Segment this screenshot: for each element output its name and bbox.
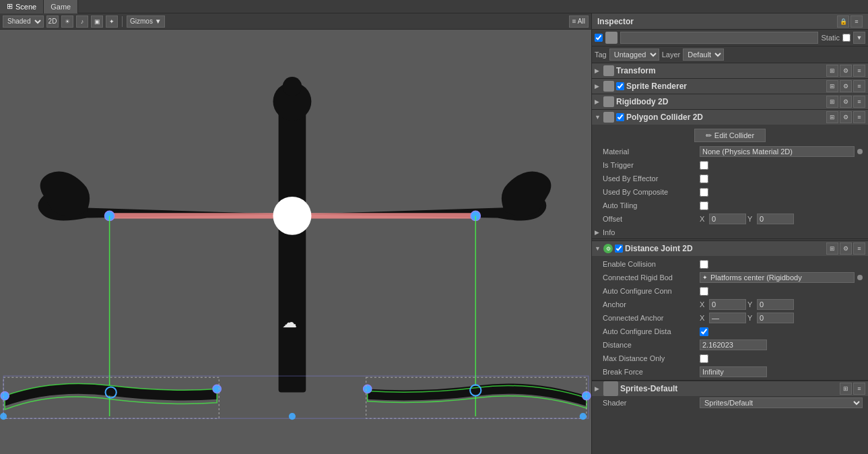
static-checkbox[interactable]	[842, 34, 850, 42]
layer-label: Layer	[662, 51, 681, 59]
rigidbody2d-header[interactable]: ▶ Rigidbody 2D ⊞ ⚙ ≡	[592, 94, 868, 109]
lock-icon[interactable]: 🔒	[837, 15, 849, 28]
distance-input[interactable]	[700, 339, 767, 350]
tab-game[interactable]: Game	[44, 0, 78, 13]
rigidbody2d-settings-btn[interactable]: ⚙	[840, 96, 852, 108]
auto-configure-dist-row: Auto Configure Dista	[592, 325, 868, 338]
is-trigger-checkbox[interactable]	[700, 161, 708, 170]
material-picker-dot[interactable]	[857, 149, 863, 154]
rigidbody2d-menu-btn[interactable]: ≡	[853, 96, 865, 108]
auto-tiling-checkbox[interactable]	[700, 201, 708, 210]
edit-collider-icon: ✏	[706, 131, 712, 140]
distance-joint-icon: ⚙	[603, 244, 613, 253]
connected-rb-label: Connected Rigid Bod	[603, 273, 697, 282]
connected-anchor-y-input[interactable]	[757, 313, 794, 323]
connected-anchor-x-input[interactable]	[709, 313, 746, 323]
distance-label: Distance	[603, 341, 697, 349]
offset-x-label: X	[700, 215, 708, 223]
info-section[interactable]: ▶ Info	[592, 226, 868, 239]
used-by-effector-checkbox[interactable]	[700, 174, 708, 183]
used-by-composite-checkbox[interactable]	[700, 188, 708, 197]
polygon-collider-ref-btn[interactable]: ⊞	[826, 111, 838, 123]
2d-button[interactable]: 2D	[46, 15, 59, 28]
svg-point-14	[364, 385, 372, 393]
distance-row: Distance	[592, 338, 868, 352]
sprites-default-menu-btn[interactable]: ≡	[853, 383, 865, 395]
enable-collision-checkbox[interactable]	[700, 260, 708, 269]
component-rigidbody2d: ▶ Rigidbody 2D ⊞ ⚙ ≡	[592, 94, 868, 110]
material-input[interactable]	[700, 146, 855, 157]
distance-joint-title: Distance Joint 2D	[625, 244, 824, 253]
distance-joint-checkbox[interactable]	[615, 245, 623, 253]
anchor-x-label: X	[700, 300, 708, 309]
transform-header[interactable]: ▶ Transform ⊞ ⚙ ≡	[592, 63, 868, 78]
distance-joint-menu-btn[interactable]: ≡	[853, 242, 865, 255]
svg-point-21	[289, 413, 296, 420]
scene-svg: ☁	[0, 30, 591, 454]
offset-y-label: Y	[747, 215, 756, 223]
inspector-header: Inspector 🔒 ≡	[592, 13, 868, 30]
distance-joint-settings-btn[interactable]: ⚙	[840, 242, 852, 255]
transform-ref-btn[interactable]: ⊞	[826, 65, 838, 77]
sprite-renderer-menu-btn[interactable]: ≡	[853, 80, 865, 92]
menu-icon[interactable]: ≡	[850, 15, 863, 28]
is-trigger-label: Is Trigger	[603, 161, 697, 169]
connected-rb-dot[interactable]	[857, 275, 863, 280]
edit-collider-button[interactable]: ✏ Edit Collider	[694, 129, 766, 142]
material-row: Material	[592, 145, 868, 158]
fx-icon[interactable]: ✦	[106, 15, 118, 28]
svg-point-12	[1, 392, 9, 400]
transform-settings-btn[interactable]: ⚙	[840, 65, 852, 77]
shader-select[interactable]: Sprites/Default	[700, 397, 863, 408]
object-active-checkbox[interactable]	[595, 34, 603, 42]
polygon-collider-menu-btn[interactable]: ≡	[853, 111, 865, 123]
auto-configure-conn-checkbox[interactable]	[700, 287, 708, 296]
offset-x-input[interactable]	[709, 214, 746, 224]
info-arrow: ▶	[595, 229, 603, 236]
sprites-default-ref-btn[interactable]: ⊞	[840, 383, 852, 395]
distance-joint-ref-btn[interactable]: ⊞	[826, 242, 838, 255]
distance-joint-header[interactable]: ▼ ⚙ Distance Joint 2D ⊞ ⚙ ≡	[592, 241, 868, 256]
tab-scene[interactable]: ⊞ Scene	[0, 0, 44, 13]
component-polygon-collider: ▼ Polygon Collider 2D ⊞ ⚙ ≡ ✏	[592, 110, 868, 241]
polygon-collider-settings-btn[interactable]: ⚙	[840, 111, 852, 123]
layer-select[interactable]: Default	[683, 48, 724, 61]
transform-menu-btn[interactable]: ≡	[853, 65, 865, 77]
offset-y-input[interactable]	[757, 214, 794, 224]
sprite-renderer-header[interactable]: ▶ Sprite Renderer ⊞ ⚙ ≡	[592, 79, 868, 94]
break-force-input[interactable]	[700, 366, 767, 377]
sprites-default-header[interactable]: ▶ Sprites-Default ⊞ ≡	[592, 381, 868, 396]
connected-anchor-row: Connected Anchor X Y	[592, 311, 868, 325]
rigidbody2d-buttons: ⊞ ⚙ ≡	[826, 96, 865, 108]
sprite-renderer-settings-btn[interactable]: ⚙	[840, 80, 852, 92]
scene-view: Shaded 2D ☀ ♪ ▣ ✦ Gizmos ▼ ≡ All	[0, 13, 592, 454]
image-icon[interactable]: ▣	[91, 15, 103, 28]
all-button[interactable]: ≡ All	[569, 15, 589, 28]
polygon-collider-checkbox[interactable]	[616, 113, 624, 121]
svg-text:☁: ☁	[282, 314, 297, 331]
audio-icon[interactable]: ♪	[76, 15, 88, 28]
anchor-label: Anchor	[603, 300, 697, 309]
break-force-label: Break Force	[603, 368, 697, 376]
sprite-renderer-checkbox[interactable]	[616, 82, 624, 90]
max-distance-only-checkbox[interactable]	[700, 354, 708, 363]
anchor-x-input[interactable]	[709, 299, 746, 310]
connected-rb-field[interactable]: ✦ Platforms center (Rigidbody	[700, 272, 855, 283]
light-icon[interactable]: ☀	[61, 15, 73, 28]
rigidbody2d-ref-btn[interactable]: ⊞	[826, 96, 838, 108]
gizmos-button[interactable]: Gizmos ▼	[127, 15, 165, 28]
shading-mode-select[interactable]: Shaded	[3, 15, 44, 28]
max-distance-only-label: Max Distance Only	[603, 354, 697, 362]
anchor-row: Anchor X Y	[592, 298, 868, 311]
used-by-composite-row: Used By Composite	[592, 185, 868, 199]
polygon-collider-header[interactable]: ▼ Polygon Collider 2D ⊞ ⚙ ≡	[592, 110, 868, 125]
object-thumbnail	[605, 32, 617, 44]
polygon-collider-fields: ✏ Edit Collider Material Is Trigger	[592, 125, 868, 240]
object-name-input[interactable]	[620, 32, 818, 44]
inspector-body: Static ▼ Tag Untagged Layer Default ▶	[592, 30, 868, 454]
anchor-y-input[interactable]	[757, 299, 794, 310]
tag-select[interactable]: Untagged	[609, 48, 659, 61]
static-dropdown-icon[interactable]: ▼	[853, 32, 865, 44]
auto-configure-dist-checkbox[interactable]	[700, 327, 708, 336]
sprite-renderer-ref-btn[interactable]: ⊞	[826, 80, 838, 92]
